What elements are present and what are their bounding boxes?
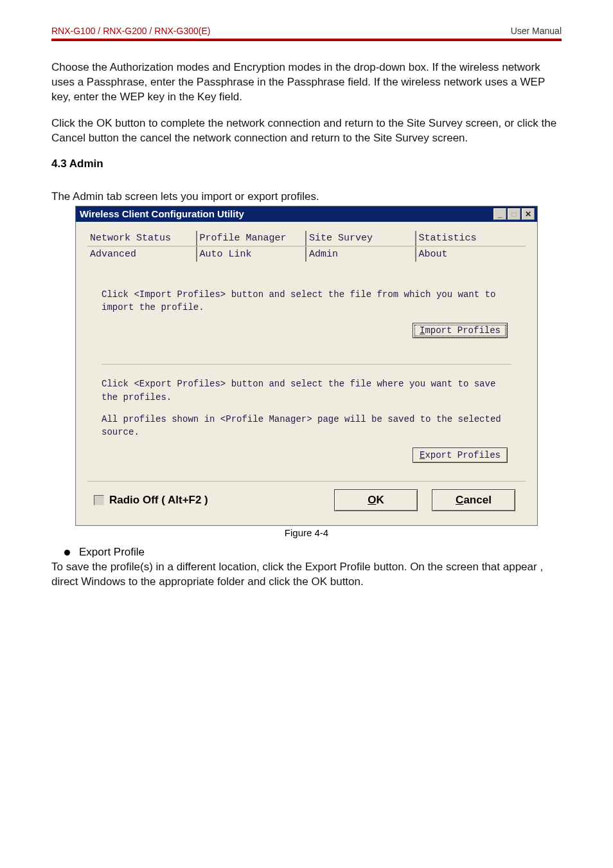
tab-advanced[interactable]: Advanced: [87, 247, 197, 262]
tab-admin[interactable]: Admin: [306, 247, 416, 262]
paragraph-after-bullet: To save the profile(s) in a different lo…: [51, 560, 562, 590]
figure-caption: Figure 4-4: [51, 527, 562, 538]
import-instruction-text: Click <Import Profiles> button and selec…: [102, 288, 511, 314]
tab-statistics[interactable]: Statistics: [416, 231, 526, 247]
section-heading: 4.3 Admin: [51, 158, 562, 170]
radio-off-label: Radio Off ( Alt+F2 ): [109, 494, 208, 507]
export-profiles-button[interactable]: Export Profiles: [413, 448, 508, 463]
tab-about[interactable]: About: [416, 247, 526, 262]
window-minimize-button[interactable]: _: [493, 208, 506, 220]
tab-strip: Network Status Profile Manager Site Surv…: [87, 231, 526, 247]
tab-site-survey[interactable]: Site Survey: [306, 231, 416, 247]
window-close-button[interactable]: ✕: [522, 208, 535, 220]
export-instruction-text-2: All profiles shown in <Profile Manager> …: [102, 413, 511, 439]
bullet-label: Export Profile: [79, 546, 145, 559]
header-right: User Manual: [511, 26, 562, 36]
paragraph-intro-2: Click the OK button to complete the netw…: [51, 116, 562, 146]
export-instruction-text-1: Click <Export Profiles> button and selec…: [102, 377, 511, 404]
paragraph-lead: The Admin tab screen lets you import or …: [51, 190, 562, 204]
tab-network-status[interactable]: Network Status: [87, 231, 197, 247]
import-profiles-button[interactable]: Import Profiles: [413, 323, 508, 338]
titlebar-title: Wireless Client Configuration Utility: [80, 208, 244, 219]
window-maximize-button[interactable]: □: [508, 208, 520, 220]
dialog-bottom-bar: Radio Off ( Alt+F2 ) OK Cancel: [87, 481, 526, 515]
header-rule: [51, 39, 562, 41]
tab-profile-manager[interactable]: Profile Manager: [197, 231, 307, 247]
paragraph-intro-1: Choose the Authorization modes and Encry…: [51, 60, 562, 105]
export-section: Click <Export Profiles> button and selec…: [102, 364, 511, 475]
header-left: RNX-G100 / RNX-G200 / RNX-G300(E): [51, 26, 210, 36]
import-section: Click <Import Profiles> button and selec…: [102, 287, 511, 350]
tab-auto-link[interactable]: Auto Link: [197, 247, 307, 262]
bullet-export-profile: Export Profile: [51, 546, 562, 559]
ok-button[interactable]: OK: [334, 489, 418, 511]
cancel-button[interactable]: Cancel: [432, 489, 515, 511]
page-header: RNX-G100 / RNX-G200 / RNX-G300(E) User M…: [51, 26, 562, 36]
bullet-icon: [64, 550, 70, 556]
dialog-window: Wireless Client Configuration Utility _ …: [75, 206, 538, 527]
radio-off-checkbox[interactable]: [94, 495, 104, 505]
titlebar: Wireless Client Configuration Utility _ …: [76, 206, 537, 222]
